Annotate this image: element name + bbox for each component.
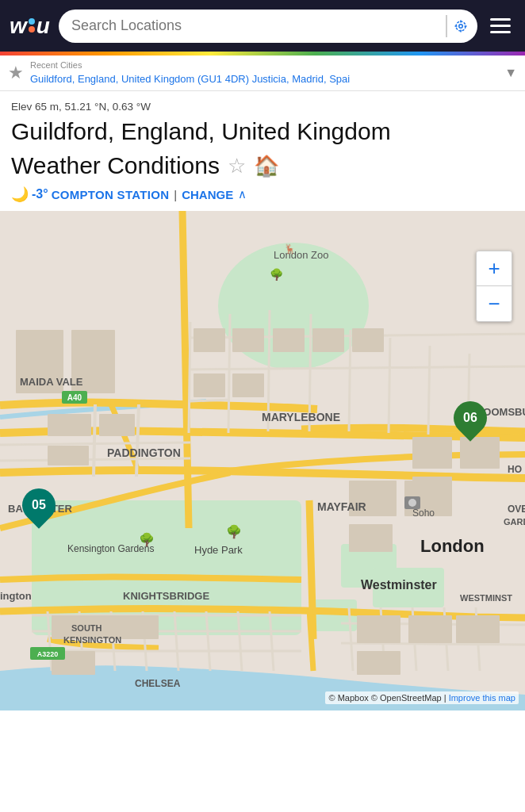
- logo-dot-blue: [29, 18, 35, 25]
- svg-text:CHELSEA: CHELSEA: [135, 678, 181, 689]
- zoom-controls[interactable]: + −: [476, 251, 512, 322]
- svg-rect-26: [232, 373, 264, 397]
- svg-rect-31: [460, 437, 500, 469]
- recent-label-col: Recent Cities Guildford, England, United…: [30, 60, 498, 86]
- svg-rect-24: [352, 328, 384, 352]
- svg-text:🌳: 🌳: [270, 268, 284, 282]
- search-input[interactable]: [71, 17, 446, 34]
- svg-text:London Zoo: London Zoo: [274, 249, 328, 261]
- improve-map-link[interactable]: Improve this map: [449, 693, 515, 703]
- svg-text:Soho: Soho: [412, 508, 435, 519]
- svg-text:A3220: A3220: [37, 650, 59, 658]
- svg-rect-39: [115, 615, 159, 639]
- weather-pin-06[interactable]: 06: [454, 401, 487, 435]
- svg-text:PADDINGTON: PADDINGTON: [107, 446, 181, 459]
- city-line1: Guildford, England, United Kingdom: [11, 118, 391, 144]
- svg-point-5: [456, 21, 466, 31]
- svg-text:KENSINGTON: KENSINGTON: [63, 635, 121, 645]
- logo-w: w: [10, 15, 27, 37]
- logo-dot-orange: [29, 26, 35, 33]
- location-info: Elev 65 m, 51.21 °N, 0.63 °W Guildford, …: [0, 91, 525, 152]
- svg-text:GARD: GARD: [504, 517, 525, 527]
- app-header: w u: [0, 0, 525, 52]
- svg-rect-25: [194, 373, 225, 397]
- menu-line-3: [490, 31, 511, 33]
- svg-rect-15: [48, 414, 91, 436]
- svg-text:MAYFAIR: MAYFAIR: [317, 500, 366, 513]
- svg-rect-17: [48, 446, 89, 465]
- svg-text:SOUTH: SOUTH: [71, 623, 102, 633]
- svg-rect-33: [357, 615, 400, 643]
- change-station-button[interactable]: CHANGE: [182, 188, 233, 201]
- elevation-line: Elev 65 m, 51.21 °N, 0.63 °W: [11, 101, 514, 113]
- location-target-icon[interactable]: [446, 15, 468, 37]
- svg-text:London: London: [420, 536, 485, 556]
- svg-rect-21: [232, 328, 264, 352]
- svg-text:HO: HO: [508, 464, 522, 475]
- zoom-out-button[interactable]: −: [477, 286, 512, 321]
- map-svg: A40 A3220 🌳 🌳 🌳 MAIDA VALE PADDINGTON BA…: [0, 211, 525, 710]
- pin-value-05: 05: [32, 498, 46, 512]
- svg-rect-30: [412, 437, 452, 469]
- weather-conditions-label: Weather Conditions: [11, 152, 220, 179]
- moon-icon: 🌙: [11, 186, 29, 203]
- logo-u: u: [36, 15, 50, 37]
- map-attribution: © Mapbox © OpenStreetMap | Improve this …: [325, 691, 519, 704]
- svg-text:Kensington Gardens: Kensington Gardens: [67, 543, 154, 554]
- svg-text:ington: ington: [0, 590, 32, 602]
- recent-cities-bar: ★ Recent Cities Guildford, England, Unit…: [0, 56, 525, 91]
- svg-rect-23: [312, 328, 344, 352]
- recent-star-icon: ★: [8, 63, 24, 83]
- favorite-star-icon[interactable]: ☆: [228, 154, 246, 178]
- svg-text:A40: A40: [67, 393, 82, 402]
- svg-rect-34: [408, 615, 452, 643]
- svg-text:Hyde Park: Hyde Park: [194, 544, 243, 556]
- weather-row: Weather Conditions ☆ 🏠: [0, 152, 525, 181]
- station-separator: |: [174, 188, 177, 201]
- svg-text:🌳: 🌳: [226, 524, 242, 539]
- wu-logo[interactable]: w u: [10, 15, 51, 37]
- svg-point-0: [459, 24, 463, 28]
- menu-button[interactable]: [485, 11, 515, 41]
- svg-rect-29: [349, 524, 393, 552]
- search-bar[interactable]: [59, 10, 477, 43]
- svg-rect-16: [99, 414, 135, 436]
- temperature-badge: -3°: [32, 187, 48, 201]
- menu-line-1: [490, 18, 511, 21]
- home-icon[interactable]: 🏠: [254, 154, 279, 178]
- menu-line-2: [490, 25, 511, 27]
- city-title: Guildford, England, United Kingdom: [11, 117, 514, 146]
- mapbox-credit: © Mapbox © OpenStreetMap: [328, 693, 441, 703]
- dropdown-arrow-icon[interactable]: ▼: [504, 66, 517, 80]
- svg-rect-20: [194, 328, 225, 352]
- weather-pin-05[interactable]: 05: [22, 488, 56, 522]
- recent-cities-list[interactable]: Guildford, England, United Kingdom (GU1 …: [30, 73, 350, 85]
- svg-rect-35: [456, 615, 500, 643]
- svg-text:🦌: 🦌: [284, 243, 296, 255]
- svg-text:Westminster: Westminster: [361, 578, 437, 592]
- svg-rect-22: [273, 328, 305, 352]
- svg-text:MAIDA VALE: MAIDA VALE: [20, 376, 83, 388]
- svg-text:OVE: OVE: [508, 504, 525, 515]
- zoom-in-button[interactable]: +: [477, 251, 512, 286]
- map-container[interactable]: A40 A3220 🌳 🌳 🌳 MAIDA VALE PADDINGTON BA…: [0, 211, 525, 710]
- station-row: 🌙 -3° COMPTON STATION | CHANGE ∧: [0, 186, 525, 211]
- svg-point-46: [408, 499, 416, 507]
- svg-text:WESTMINST: WESTMINST: [460, 593, 512, 603]
- svg-text:MARYLEBONE: MARYLEBONE: [262, 411, 340, 423]
- svg-rect-36: [357, 651, 400, 675]
- svg-text:KNIGHTSBRIDGE: KNIGHTSBRIDGE: [123, 590, 209, 602]
- pin-value-06: 06: [463, 411, 477, 425]
- recent-label: Recent Cities: [30, 60, 498, 70]
- pin-bubble-06: 06: [446, 394, 493, 441]
- pin-bubble-05: 05: [15, 481, 62, 528]
- station-name[interactable]: COMPTON STATION: [52, 188, 170, 201]
- chevron-up-icon: ∧: [238, 187, 247, 201]
